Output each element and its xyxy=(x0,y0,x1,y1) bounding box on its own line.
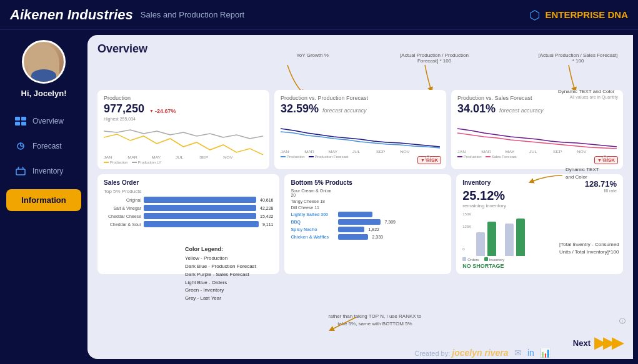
svg-text:SEP: SEP xyxy=(553,150,562,154)
svg-text:MAR: MAR xyxy=(304,150,314,154)
pf-accuracy: forecast accuracy xyxy=(322,107,367,114)
sf-legend: Production Sales Forecast xyxy=(457,155,617,159)
table-row: Cheddar & Sour 9,111 xyxy=(104,221,273,227)
svg-rect-7 xyxy=(16,169,25,175)
svg-text:JUL: JUL xyxy=(529,150,537,154)
logo: ⬡ ENTERPRISE DNA xyxy=(529,7,628,22)
total-inv-annotation: [Total Inventry - Consumed Units / Total… xyxy=(559,241,628,256)
production-chart: JAN MAR MAY JUL SEP NOV xyxy=(104,125,263,159)
inv-bar-inventory-1 xyxy=(487,222,496,256)
svg-text:i: i xyxy=(427,157,429,161)
chart-icon[interactable]: 📊 xyxy=(540,348,551,358)
footer-author-name: jocelyn rivera xyxy=(452,348,508,358)
sidebar-item-overview[interactable]: Overview xyxy=(6,111,81,132)
svg-text:MAY: MAY xyxy=(152,155,161,159)
rankx-note: rather than taking TOP N, I use RANKX to… xyxy=(325,313,425,328)
svg-rect-3 xyxy=(21,122,26,125)
b5-label-0: Sour Cream & Onion 20 xyxy=(291,189,336,197)
svg-text:i: i xyxy=(622,319,623,323)
list-item: Sour Cream & Onion 20 xyxy=(291,189,445,197)
legend-item-4: Green - Inventory xyxy=(185,287,256,295)
inventory-label: Inventory xyxy=(32,167,63,175)
production-legend: Production Production LY xyxy=(104,160,263,164)
linkedin-icon[interactable]: in xyxy=(527,348,534,358)
next-button[interactable]: Next ▶▶▶ xyxy=(573,334,621,352)
table-row: Cheddar Cheese 15,422 xyxy=(104,213,273,219)
sf-info-icon[interactable]: i xyxy=(602,153,608,164)
forecast-icon xyxy=(14,140,27,152)
sidebar-item-inventory[interactable]: Inventory xyxy=(6,160,81,182)
dynamic-text-annotation-2: Dynamic TEXTand Color xyxy=(566,166,628,181)
pf-card: Production vs. Production Forecast 32.59… xyxy=(274,90,446,169)
b5-bar-6 xyxy=(338,234,368,240)
production-card: Production 977,250 -24.67% Highest 255,0… xyxy=(97,90,269,169)
dynamic-text-annotation-1: Dynamic TEXT and Color xyxy=(558,88,627,96)
svg-text:JUL: JUL xyxy=(352,150,361,154)
sf-annotation: [Actual Production / Sales Forecast] * 1… xyxy=(537,52,619,64)
bar-cs xyxy=(144,221,259,227)
inventory-fill-label: fill rate xyxy=(585,189,617,193)
brand-title: Aikenen Industries xyxy=(10,7,133,23)
sidebar-item-forecast[interactable]: Forecast xyxy=(6,135,81,157)
email-icon[interactable]: ✉ xyxy=(514,348,522,358)
sf-accuracy: forecast accuracy xyxy=(499,107,544,114)
production-value: 977,250 xyxy=(104,102,144,116)
footer-created-by: Created by: xyxy=(414,350,450,357)
b5-bar-5 xyxy=(338,227,364,232)
b5-label-1: Tangy Cheese 18 xyxy=(291,199,336,204)
top-cards-row: Production 977,250 -24.67% Highest 255,0… xyxy=(97,90,623,169)
color-legend-title: Color Legend: xyxy=(185,245,256,253)
svg-rect-1 xyxy=(21,117,26,121)
sidebar-item-information[interactable]: Information xyxy=(6,189,81,211)
bottom5-card: Bottom 5% Products Sour Cream & Onion 20… xyxy=(284,174,451,274)
legend-item-1: Dark Blue - Production Forecast xyxy=(185,263,256,271)
main-layout: Hi, Jocelyn! Overview Forecast Inventory… xyxy=(0,30,638,364)
inv-info-icon[interactable]: i xyxy=(619,315,626,327)
bar-label-cc: Cheddar Cheese xyxy=(104,214,141,219)
bar-label-sv: Salt & Vinegar xyxy=(104,206,141,210)
dna-icon: ⬡ xyxy=(529,7,540,22)
bar-label-original: Original xyxy=(104,198,141,202)
svg-text:MAR: MAR xyxy=(127,155,137,159)
bar-val-cc: 15,422 xyxy=(260,214,273,219)
b5-bar-4 xyxy=(338,219,381,225)
list-item: Spicy Nacho 1,822 xyxy=(291,227,445,232)
inv-bar-orders-2 xyxy=(505,224,514,256)
sf-chart: JAN MAR MAY JUL SEP NOV xyxy=(457,119,617,154)
overview-icon xyxy=(14,116,27,127)
legend-item-3: Light Blue - Orders xyxy=(185,279,256,287)
bar-val-sv: 42,228 xyxy=(260,206,273,210)
production-card-title: Production xyxy=(104,95,263,101)
next-arrow-icon: ▶▶▶ xyxy=(594,334,621,352)
color-legend: Color Legend: Yellow - Production Dark B… xyxy=(185,245,256,303)
bar-cc xyxy=(144,213,256,219)
legend-item-0: Yellow - Production xyxy=(185,255,256,263)
list-item: Tangy Cheese 18 xyxy=(291,199,445,204)
list-item: Dill Cheese 11 xyxy=(291,205,445,210)
svg-text:SEP: SEP xyxy=(199,155,208,159)
forecast-label: Forecast xyxy=(32,142,62,150)
b5-label-2: Dill Cheese 11 xyxy=(291,205,336,210)
svg-text:MAY: MAY xyxy=(329,150,338,154)
inventory-card: Inventory 25.12% remaining inventory 128… xyxy=(456,174,623,274)
bar-val-cs: 9,111 xyxy=(262,222,274,227)
bar-original xyxy=(144,197,256,203)
production-highest: Highest 255,034 xyxy=(104,117,263,121)
avatar xyxy=(22,40,66,84)
pf-annotation: [Actual Production / Production Forecast… xyxy=(394,52,475,64)
inventory-sub: remaining inventory xyxy=(462,203,506,209)
inventory-icon xyxy=(14,165,27,177)
svg-text:i: i xyxy=(604,157,606,161)
logo-text: ENTERPRISE DNA xyxy=(545,9,628,20)
footer: Created by: jocelyn rivera ✉ in 📊 xyxy=(414,348,551,358)
b5-val-6: 2,333 xyxy=(372,235,383,239)
svg-text:JAN: JAN xyxy=(457,150,466,154)
pf-value: 32.59% xyxy=(281,102,319,116)
bar-sv xyxy=(144,205,256,211)
pf-info-icon[interactable]: i xyxy=(425,153,431,164)
svg-rect-2 xyxy=(15,122,20,125)
svg-text:NOV: NOV xyxy=(223,155,233,159)
bottom5-title: Bottom 5% Products xyxy=(291,179,445,186)
overview-label: Overview xyxy=(32,117,64,125)
sales-order-sub: Top 5% Products xyxy=(104,189,273,194)
